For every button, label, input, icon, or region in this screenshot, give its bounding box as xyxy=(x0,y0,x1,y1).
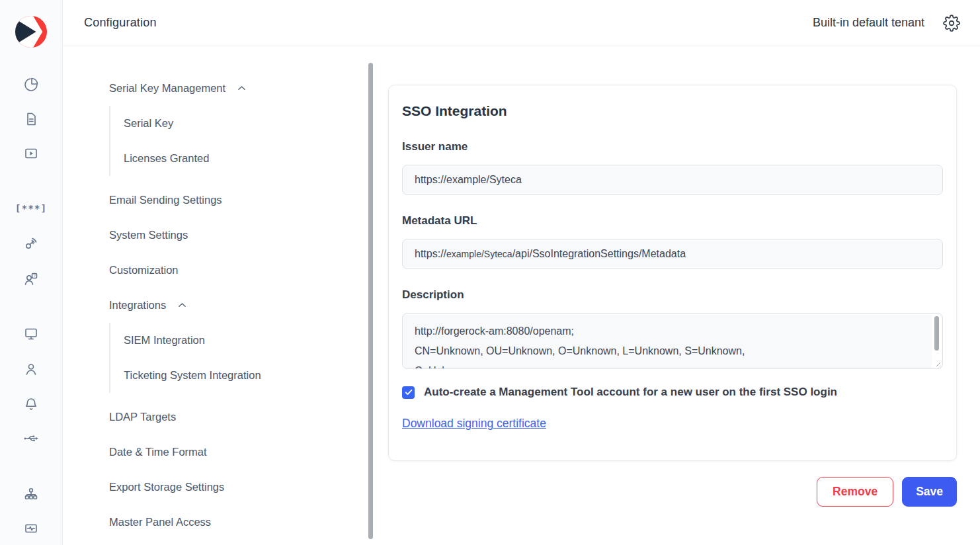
icon-rail: [***] ? xyxy=(0,0,63,545)
settings-gear-button[interactable] xyxy=(943,15,960,32)
metadata-url-prefix: https:// xyxy=(415,248,446,260)
chevron-up-icon xyxy=(177,300,188,311)
metadata-url-input[interactable]: https://example/Syteca/api/SsoIntegratio… xyxy=(402,239,943,269)
nav-customization[interactable]: Customization xyxy=(63,253,368,288)
secrets-brackets-icon: [***] xyxy=(15,203,48,214)
nav-date-time-format[interactable]: Date & Time Format xyxy=(63,435,368,470)
access-key-icon xyxy=(23,235,39,251)
nav-label: Serial Key Management xyxy=(109,82,225,95)
download-signing-certificate-link[interactable]: Download signing certificate xyxy=(402,417,546,431)
description-label: Description xyxy=(402,288,943,302)
rail-item-reports[interactable] xyxy=(21,110,41,128)
description-line: CN=Unknown, OU=Unknown, O=Unknown, L=Unk… xyxy=(415,341,921,361)
bell-icon xyxy=(23,396,39,412)
nav-system-settings[interactable]: System Settings xyxy=(63,218,368,253)
metadata-url-path: /api/SsoIntegrationSettings/Metadata xyxy=(512,248,686,260)
issuer-name-label: Issuer name xyxy=(402,140,943,154)
monitor-icon xyxy=(23,325,39,341)
description-textarea[interactable]: http://forgerock-am:8080/openam; CN=Unkn… xyxy=(402,313,943,369)
nav-ticketing-system-integration[interactable]: Ticketing System Integration xyxy=(110,358,368,393)
metadata-url-host: example/Syteca xyxy=(446,249,512,259)
svg-text:?: ? xyxy=(33,273,36,278)
usb-icon xyxy=(22,430,40,447)
textarea-scrollbar-track xyxy=(932,314,942,368)
nav-ldap-targets[interactable]: LDAP Targets xyxy=(63,399,368,435)
remove-button[interactable]: Remove xyxy=(817,477,893,507)
activity-monitor-icon xyxy=(23,521,39,536)
serial-key-management-sublist: Serial Key Licenses Granted xyxy=(109,106,368,176)
main-content: SSO Integration Issuer name https://exam… xyxy=(375,46,980,545)
nav-integrations[interactable]: Integrations xyxy=(63,288,368,323)
rail-item-sessions[interactable] xyxy=(21,144,41,163)
nav-serial-key[interactable]: Serial Key xyxy=(110,106,368,141)
page-title: Configuration xyxy=(84,16,157,30)
nav-label: Integrations xyxy=(109,299,166,312)
nav-email-sending-settings[interactable]: Email Sending Settings xyxy=(63,183,368,218)
rail-item-computers[interactable] xyxy=(21,324,41,343)
rail-item-alerts[interactable] xyxy=(21,395,41,413)
syteca-logo-icon xyxy=(15,16,47,48)
top-header: Configuration Built-in default tenant xyxy=(63,0,980,46)
integrations-sublist: SIEM Integration Ticketing System Integr… xyxy=(109,323,368,393)
description-line: http://forgerock-am:8080/openam; xyxy=(415,321,921,341)
action-buttons-row: Remove Save xyxy=(388,477,957,507)
sso-integration-card: SSO Integration Issuer name https://exam… xyxy=(388,85,957,461)
nav-export-storage-settings[interactable]: Export Storage Settings xyxy=(63,470,368,505)
rail-item-usb-devices[interactable] xyxy=(21,429,41,448)
app-logo[interactable] xyxy=(15,16,47,48)
tenant-selector[interactable]: Built-in default tenant xyxy=(813,16,924,30)
rail-item-users[interactable] xyxy=(21,360,41,378)
user-question-icon: ? xyxy=(22,271,40,288)
nav-master-panel-access[interactable]: Master Panel Access xyxy=(63,505,368,540)
save-button[interactable]: Save xyxy=(902,477,957,507)
issuer-name-input[interactable]: https://example/Syteca xyxy=(402,165,943,195)
description-line: C=Unknown xyxy=(415,361,921,369)
rail-item-secrets[interactable]: [***] xyxy=(21,199,41,218)
issuer-name-value: https://example/Syteca xyxy=(415,174,522,186)
metadata-url-label: Metadata URL xyxy=(402,214,943,228)
pie-chart-icon xyxy=(23,77,39,93)
config-nav: Serial Key Management Serial Key License… xyxy=(63,46,368,545)
rail-item-dashboard[interactable] xyxy=(21,75,41,94)
nav-scrollbar-thumb[interactable] xyxy=(368,63,373,539)
nav-licenses-granted[interactable]: Licenses Granted xyxy=(110,141,368,176)
autocreate-checkbox[interactable] xyxy=(402,386,415,399)
autocreate-row: Auto-create a Management Tool account fo… xyxy=(402,384,943,401)
checkmark-icon xyxy=(404,388,413,397)
user-icon xyxy=(23,361,39,377)
rail-item-user-requests[interactable]: ? xyxy=(21,270,41,288)
video-player-icon xyxy=(23,146,39,161)
chevron-up-icon xyxy=(236,83,247,94)
rail-item-health-monitoring[interactable] xyxy=(21,519,41,538)
rail-item-access-requests[interactable] xyxy=(21,234,41,253)
nav-serial-key-management[interactable]: Serial Key Management xyxy=(63,71,368,106)
document-icon xyxy=(23,111,39,127)
rail-item-infrastructure[interactable] xyxy=(21,485,41,503)
autocreate-label[interactable]: Auto-create a Management Tool account fo… xyxy=(424,386,837,399)
card-title: SSO Integration xyxy=(402,101,943,121)
hierarchy-icon xyxy=(23,486,39,502)
textarea-scrollbar-thumb[interactable] xyxy=(934,316,939,351)
nav-siem-integration[interactable]: SIEM Integration xyxy=(110,323,368,358)
gear-icon xyxy=(943,15,960,32)
